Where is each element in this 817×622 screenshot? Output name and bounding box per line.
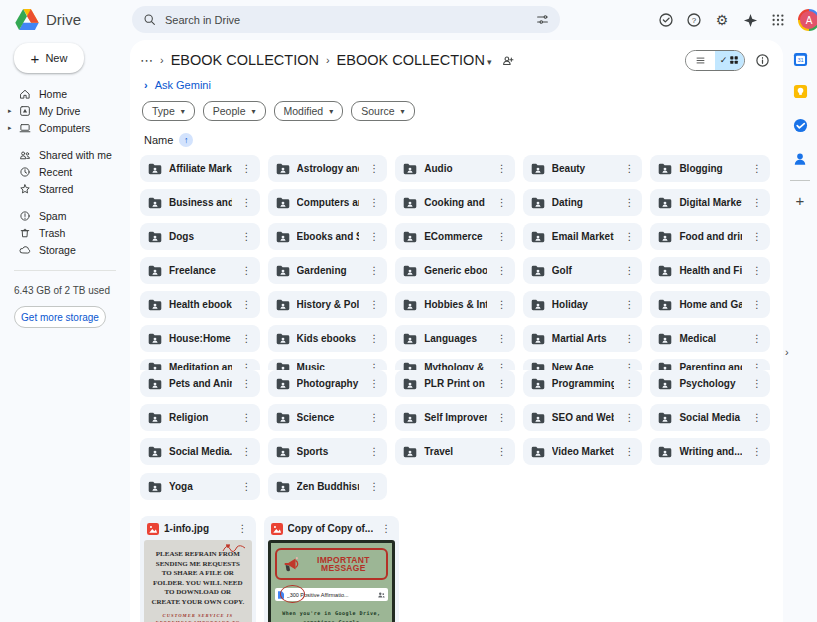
help-icon[interactable]: ?: [686, 12, 702, 28]
settings-gear-icon[interactable]: ⚙: [714, 12, 730, 28]
folder-tile[interactable]: Audio ⋮: [395, 155, 515, 182]
gemini-sparkle-icon[interactable]: [742, 12, 758, 28]
sidebar-item-computers[interactable]: ▸ Computers: [0, 119, 130, 136]
more-options-icon[interactable]: ⋮: [621, 333, 637, 344]
folder-tile[interactable]: Photography ⋮: [268, 370, 388, 397]
folder-tile[interactable]: Food and drink ⋮: [650, 223, 770, 250]
more-options-icon[interactable]: ⋮: [239, 299, 255, 310]
sidebar-item-recent[interactable]: Recent: [0, 163, 130, 180]
more-options-icon[interactable]: ⋮: [239, 446, 255, 457]
calendar-icon[interactable]: 31: [791, 50, 809, 68]
more-options-icon[interactable]: ⋮: [749, 299, 765, 310]
account-avatar[interactable]: A: [798, 9, 817, 31]
folder-tile[interactable]: Programming ⋮: [523, 370, 643, 397]
more-options-icon[interactable]: ⋮: [749, 446, 765, 457]
more-options-icon[interactable]: ⋮: [621, 197, 637, 208]
more-options-icon[interactable]: ⋮: [621, 412, 637, 423]
folder-tile[interactable]: Astrology and... ⋮: [268, 155, 388, 182]
expand-icon[interactable]: ▸: [8, 107, 12, 115]
more-options-icon[interactable]: ⋮: [239, 362, 255, 370]
add-apps-icon[interactable]: +: [796, 193, 805, 208]
more-options-icon[interactable]: ⋮: [494, 163, 510, 174]
more-options-icon[interactable]: ⋮: [494, 412, 510, 423]
folder-tile[interactable]: Sports ⋮: [268, 438, 388, 465]
folder-tile[interactable]: Dating ⋮: [523, 189, 643, 216]
tasks-icon[interactable]: [791, 116, 809, 134]
get-more-storage-button[interactable]: Get more storage: [14, 306, 106, 328]
folder-tile[interactable]: Ebooks and Sales ⋮: [268, 223, 388, 250]
file-card-info-jpg[interactable]: 1-info.jpg ⋮ PLEASE REFRAIN FROM SENDING…: [140, 516, 256, 622]
folder-tile[interactable]: House:Home ⋮: [140, 325, 260, 352]
folder-tile[interactable]: New Age ⋮: [523, 359, 643, 370]
folder-tile[interactable]: Travel ⋮: [395, 438, 515, 465]
more-options-icon[interactable]: ⋮: [494, 333, 510, 344]
sidebar-item-my-drive[interactable]: ▸ My Drive: [0, 102, 130, 119]
more-options-icon[interactable]: ⋮: [239, 333, 255, 344]
more-options-icon[interactable]: ⋮: [366, 362, 382, 370]
more-options-icon[interactable]: ⋮: [494, 378, 510, 389]
folder-tile[interactable]: Gardening ⋮: [268, 257, 388, 284]
folder-tile[interactable]: ECommerce ⋮: [395, 223, 515, 250]
folder-tile[interactable]: Writing and... ⋮: [650, 438, 770, 465]
sidebar-item-trash[interactable]: Trash: [0, 224, 130, 241]
more-options-icon[interactable]: ⋮: [621, 299, 637, 310]
more-options-icon[interactable]: ⋮: [366, 197, 382, 208]
sidebar-item-home[interactable]: Home: [0, 85, 130, 102]
sidebar-item-starred[interactable]: Starred: [0, 180, 130, 197]
folder-tile[interactable]: Social Media and... ⋮: [650, 404, 770, 431]
sidebar-item-storage[interactable]: Storage: [0, 241, 130, 258]
more-options-icon[interactable]: ⋮: [621, 378, 637, 389]
breadcrumb-parent[interactable]: EBOOK COLLECTION: [171, 52, 319, 68]
more-options-icon[interactable]: ⋮: [621, 446, 637, 457]
filter-chip-type[interactable]: Type ▾: [142, 101, 195, 121]
more-options-icon[interactable]: ⋮: [494, 231, 510, 242]
more-options-icon[interactable]: ⋮: [749, 163, 765, 174]
more-options-icon[interactable]: ⋮: [366, 333, 382, 344]
sidebar-item-spam[interactable]: Spam: [0, 207, 130, 224]
more-options-icon[interactable]: ⋮: [621, 362, 637, 370]
folder-tile[interactable]: PLR Print on Deman ⋮: [395, 370, 515, 397]
folder-tile[interactable]: Zen Buddhism ⋮: [268, 473, 388, 500]
filter-chip-source[interactable]: Source ▾: [351, 101, 414, 121]
show-side-panel-chevron[interactable]: ›: [785, 346, 789, 358]
more-options-icon[interactable]: ⋮: [494, 197, 510, 208]
more-options-icon[interactable]: ⋮: [239, 197, 255, 208]
more-options-icon[interactable]: ⋮: [239, 231, 255, 242]
folder-tile[interactable]: Freelance ⋮: [140, 257, 260, 284]
folder-tile[interactable]: Music ⋮: [268, 359, 388, 370]
folder-tile[interactable]: Science ⋮: [268, 404, 388, 431]
breadcrumb-current[interactable]: EBOOK COLLECTION▾: [337, 52, 492, 68]
folder-tile[interactable]: Languages ⋮: [395, 325, 515, 352]
more-options-icon[interactable]: ⋮: [494, 265, 510, 276]
more-options-icon[interactable]: ⋮: [749, 378, 765, 389]
more-options-icon[interactable]: ⋮: [494, 299, 510, 310]
view-toggle[interactable]: ✓: [685, 50, 745, 71]
breadcrumb-ellipsis[interactable]: ⋯: [140, 53, 153, 68]
filter-chip-people[interactable]: People ▾: [203, 101, 266, 121]
folder-tile[interactable]: Yoga ⋮: [140, 473, 260, 500]
more-options-icon[interactable]: ⋮: [378, 523, 394, 534]
more-options-icon[interactable]: ⋮: [621, 163, 637, 174]
folder-tile[interactable]: Computers and... ⋮: [268, 189, 388, 216]
more-options-icon[interactable]: ⋮: [239, 378, 255, 389]
search-bar[interactable]: [132, 6, 560, 33]
folder-tile[interactable]: Martial Arts ⋮: [523, 325, 643, 352]
more-options-icon[interactable]: ⋮: [366, 265, 382, 276]
more-options-icon[interactable]: ⋮: [621, 265, 637, 276]
ask-gemini-row[interactable]: › Ask Gemini: [144, 79, 770, 91]
file-card-copy-of-copy[interactable]: Copy of Copy of... ⋮ IMPORTANT MESSAGE _…: [264, 516, 400, 622]
more-options-icon[interactable]: ⋮: [749, 265, 765, 276]
sort-by-name[interactable]: Name: [144, 134, 173, 146]
folder-tile[interactable]: Home and Garden ⋮: [650, 291, 770, 318]
apps-grid-icon[interactable]: [770, 12, 786, 28]
folder-tile[interactable]: Blogging ⋮: [650, 155, 770, 182]
folder-tile[interactable]: Cooking and Recipes ⋮: [395, 189, 515, 216]
folder-tile[interactable]: Video Marketing ⋮: [523, 438, 643, 465]
list-view-button[interactable]: [686, 51, 715, 70]
folder-tile[interactable]: Health ebooks and... ⋮: [140, 291, 260, 318]
folder-tile[interactable]: Digital Marketing ⋮: [650, 189, 770, 216]
folder-tile[interactable]: Dogs ⋮: [140, 223, 260, 250]
folder-tile[interactable]: Email Marketing ⋮: [523, 223, 643, 250]
info-icon[interactable]: [755, 53, 770, 68]
more-options-icon[interactable]: ⋮: [749, 197, 765, 208]
